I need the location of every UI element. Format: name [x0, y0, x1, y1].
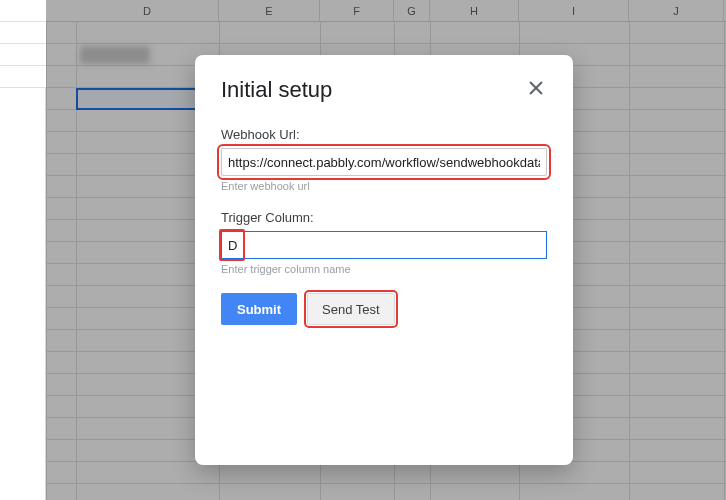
- trigger-column-label: Trigger Column:: [221, 210, 547, 225]
- send-test-button[interactable]: Send Test: [307, 293, 395, 325]
- dialog-title: Initial setup: [221, 77, 332, 103]
- webhook-url-hint: Enter webhook url: [221, 180, 547, 192]
- trigger-column-hint: Enter trigger column name: [221, 263, 547, 275]
- trigger-column-input[interactable]: [221, 231, 547, 259]
- row-header-column: [0, 0, 46, 500]
- submit-button[interactable]: Submit: [221, 293, 297, 325]
- webhook-url-input[interactable]: [221, 148, 547, 176]
- close-button[interactable]: [525, 79, 547, 101]
- webhook-url-label: Webhook Url:: [221, 127, 547, 142]
- close-icon: [529, 81, 543, 99]
- initial-setup-dialog: Initial setup Webhook Url: Enter webhook…: [195, 55, 573, 465]
